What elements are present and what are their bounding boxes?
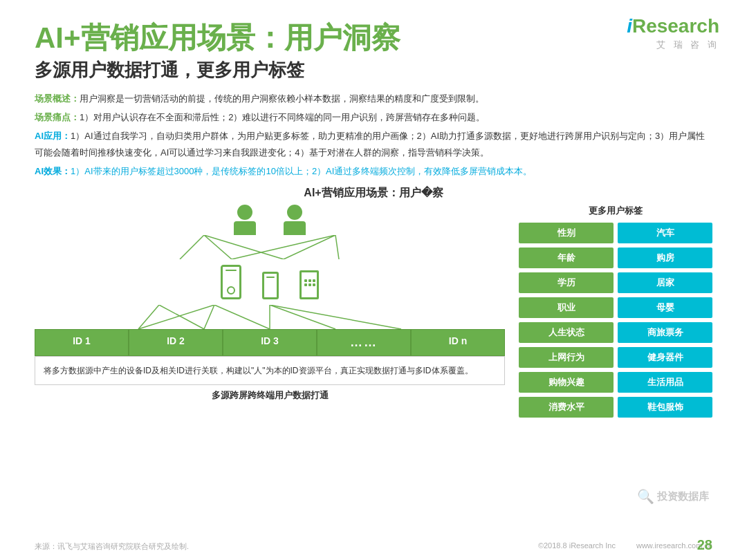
diagram-area: ID 1 ID 2 ID 3 …… ID n 将多方数据源中产生的设备ID及相关… bbox=[35, 205, 712, 418]
svg-line-12 bbox=[270, 305, 335, 329]
page-title: AI+营销应用场景：用户洞察 bbox=[35, 21, 712, 55]
tag-item: 人生状态 bbox=[519, 322, 614, 343]
label-pain-points: 场景痛点： bbox=[35, 112, 80, 122]
id-row: ID 1 ID 2 ID 3 …… ID n bbox=[35, 329, 505, 356]
right-label: 更多用户标签 bbox=[519, 205, 712, 217]
tag-item: 汽车 bbox=[618, 223, 712, 243]
text-scene-overview: 用户洞察是一切营销活动的前提，传统的用户洞察依赖小样本数据，洞察结果的精度和广度… bbox=[80, 93, 484, 104]
svg-line-5 bbox=[335, 235, 339, 259]
watermark: 🔍投资数据库 bbox=[637, 488, 709, 505]
footer: 来源：讯飞与艾瑞咨询研究院联合研究及绘制. ©2018.8 iResearch … bbox=[35, 541, 712, 552]
lines-svg-top bbox=[124, 235, 415, 259]
svg-line-9 bbox=[204, 305, 214, 329]
tag-item: 鞋包服饰 bbox=[618, 397, 712, 418]
tag-item: 健身器件 bbox=[618, 347, 712, 368]
tag-item: 生活用品 bbox=[618, 372, 712, 393]
text-pain-points: 1）对用户认识存在不全面和滞后性；2）难以进行不同终端的同一用户识别，跨屏营销存… bbox=[80, 112, 485, 122]
page: iResearch 艾 瑞 咨 询 AI+营销应用场景：用户洞察 多源用户数据打… bbox=[0, 0, 747, 560]
para-2: 场景痛点：1）对用户认识存在不全面和滞后性；2）难以进行不同终端的同一用户识别，… bbox=[35, 109, 712, 127]
svg-line-3 bbox=[232, 235, 335, 259]
tag-item: 职业 bbox=[519, 297, 614, 318]
diagram-left: ID 1 ID 2 ID 3 …… ID n 将多方数据源中产生的设备ID及相关… bbox=[35, 205, 505, 418]
id-box-dots: …… bbox=[317, 329, 411, 356]
person-1 bbox=[234, 205, 256, 235]
person-2-body bbox=[284, 221, 306, 235]
svg-line-8 bbox=[138, 305, 214, 329]
devices-row bbox=[221, 265, 319, 299]
page-subtitle: 多源用户数据打通，更多用户标签 bbox=[35, 58, 712, 82]
lines-svg-bottom bbox=[104, 305, 436, 329]
logo-brand: iResearch bbox=[627, 15, 719, 37]
label-ai-effect: AI效果： bbox=[35, 166, 71, 176]
tag-item: 年龄 bbox=[519, 248, 614, 268]
svg-line-0 bbox=[180, 235, 204, 259]
svg-line-10 bbox=[214, 305, 270, 329]
logo-research: Research bbox=[632, 15, 719, 37]
tag-item: 消费水平 bbox=[519, 397, 614, 418]
text-ai-app: 1）AI通过自我学习，自动归类用户群体，为用户贴更多标签，助力更精准的用户画像；… bbox=[35, 131, 705, 158]
tag-item: 性别 bbox=[519, 223, 614, 243]
diagram-wrapper: ID 1 ID 2 ID 3 …… ID n 将多方数据源中产生的设备ID及相关… bbox=[35, 205, 505, 402]
diagram-right: 更多用户标签 性别汽车年龄购房学历居家职业母婴人生状态商旅票务上网行为健身器件购… bbox=[519, 205, 712, 418]
device-to-id-lines bbox=[35, 305, 505, 329]
text-ai-effect: 1）AI带来的用户标签超过3000种，是传统标签的10倍以上；2）AI通过多终端… bbox=[71, 166, 532, 176]
person-1-head bbox=[237, 205, 252, 220]
device-phone-1 bbox=[221, 265, 241, 299]
tag-item: 上网行为 bbox=[519, 347, 614, 368]
logo-area: iResearch 艾 瑞 咨 询 bbox=[627, 15, 719, 51]
para-1: 场景概述：用户洞察是一切营销活动的前提，传统的用户洞察依赖小样本数据，洞察结果的… bbox=[35, 91, 712, 108]
svg-line-4 bbox=[284, 235, 335, 259]
id-box-3: ID 3 bbox=[223, 329, 317, 356]
tag-item: 居家 bbox=[618, 272, 712, 293]
person-2 bbox=[284, 205, 306, 235]
person-2-head bbox=[287, 205, 302, 220]
people-to-device-lines bbox=[35, 235, 505, 259]
id-box-n: ID n bbox=[411, 329, 505, 356]
svg-line-1 bbox=[204, 235, 232, 259]
left-sub-label: 多源跨屏跨终端用户数据打通 bbox=[212, 389, 329, 402]
tag-item: 商旅票务 bbox=[618, 322, 712, 343]
tags-grid: 性别汽车年龄购房学历居家职业母婴人生状态商旅票务上网行为健身器件购物兴趣生活用品… bbox=[519, 223, 712, 418]
tag-item: 学历 bbox=[519, 272, 614, 293]
para-4: AI效果：1）AI带来的用户标签超过3000种，是传统标签的10倍以上；2）AI… bbox=[35, 163, 712, 180]
label-ai-app: AI应用： bbox=[35, 131, 71, 141]
para-3: AI应用：1）AI通过自我学习，自动归类用户群体，为用户贴更多标签，助力更精准的… bbox=[35, 128, 712, 162]
svg-line-7 bbox=[159, 305, 204, 329]
diagram-title: AI+营销应用场景：用户�察 bbox=[35, 186, 712, 200]
people-row bbox=[234, 205, 306, 235]
footer-right: ©2018.8 iResearch Inc www.iresearch.com.… bbox=[538, 541, 712, 552]
info-box: 将多方数据源中产生的设备ID及相关ID进行关联，构建以"人"为本的ID资源平台，… bbox=[35, 356, 505, 385]
page-number: 28 bbox=[697, 537, 712, 553]
tag-item: 母婴 bbox=[618, 297, 712, 318]
id-box-2: ID 2 bbox=[129, 329, 223, 356]
device-brick-1 bbox=[299, 270, 319, 299]
label-scene-overview: 场景概述： bbox=[35, 93, 80, 104]
person-1-body bbox=[234, 221, 256, 235]
footer-source: 来源：讯飞与艾瑞咨询研究院联合研究及绘制. bbox=[35, 541, 189, 552]
logo-cn: 艾 瑞 咨 询 bbox=[656, 39, 719, 51]
svg-line-2 bbox=[204, 235, 284, 259]
id-box-1: ID 1 bbox=[35, 329, 129, 356]
svg-line-13 bbox=[270, 305, 401, 329]
footer-copyright: ©2018.8 iResearch Inc bbox=[538, 541, 616, 552]
device-phone-2 bbox=[262, 272, 279, 299]
logo-i: i bbox=[627, 15, 632, 37]
tag-item: 购房 bbox=[618, 248, 712, 268]
tag-item: 购物兴趣 bbox=[519, 372, 614, 393]
